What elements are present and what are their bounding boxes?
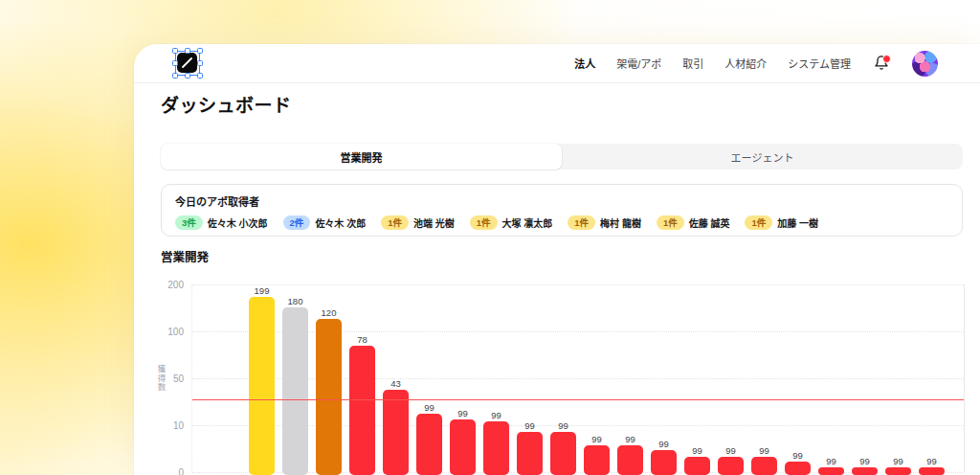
bar-value-label: 99: [792, 451, 803, 461]
appointment-list: 3件佐々木 小次郎2件佐々木 次郎1件池端 光樹1件大塚 凛太郎1件梅村 龍樹1…: [175, 215, 948, 230]
count-badge: 1件: [470, 215, 498, 229]
bar-value-label: 99: [759, 446, 769, 456]
screen: { "header": { "logo_icon": "slash-logo-i…: [0, 0, 980, 475]
bar-group: 99: [450, 409, 476, 475]
y-tick-label: 0: [147, 467, 184, 475]
bell-icon[interactable]: [874, 55, 891, 72]
bar-value-label: 99: [692, 446, 702, 456]
nav-item-システム管理[interactable]: システム管理: [788, 56, 851, 71]
count-badge: 1件: [568, 215, 595, 229]
count-badge: 1件: [657, 215, 684, 229]
chart-bar: [651, 450, 677, 475]
slash-logo-icon[interactable]: [177, 53, 197, 73]
chart-bar: [751, 457, 777, 475]
bar-group: 99: [517, 421, 543, 475]
bar-group: 43: [383, 379, 409, 475]
selection-handle[interactable]: [185, 48, 190, 54]
person-name: 佐々木 次郎: [315, 215, 366, 230]
person-item: 3件佐々木 小次郎: [175, 215, 268, 230]
count-badge: 3件: [175, 215, 203, 229]
person-item: 1件梅村 龍樹: [568, 215, 641, 230]
person-item: 2件佐々木 次郎: [283, 215, 367, 230]
target-line: [192, 399, 964, 400]
today-appointments-title: 今日のアポ取得者: [175, 193, 948, 209]
chart-bar: [316, 319, 342, 475]
bar-value-label: 99: [859, 457, 870, 466]
chart-title: 営業開発: [161, 247, 209, 265]
bar-group: 120: [316, 308, 342, 475]
bar-group: 99: [483, 411, 509, 475]
bar-value-label: 99: [591, 435, 602, 444]
bar-group: 99: [919, 457, 945, 475]
chart-bar: [617, 445, 643, 475]
chart-bar: [282, 307, 308, 475]
bar-value-label: 199: [255, 286, 270, 296]
bar-group: 99: [416, 403, 442, 475]
bar-group: 99: [751, 446, 777, 475]
person-item: 1件佐藤 誠英: [657, 215, 730, 230]
selection-handle[interactable]: [185, 73, 190, 79]
tab-bar: 営業開発エージェント: [161, 144, 963, 170]
chart-bar: [718, 457, 744, 475]
chart-bar: [349, 346, 375, 475]
bar-group: 99: [818, 457, 844, 475]
bar-value-label: 99: [893, 457, 903, 466]
bar-value-label: 99: [826, 457, 836, 466]
bar-value-label: 78: [357, 335, 368, 345]
bar-value-label: 120: [322, 308, 337, 318]
header: 法人架電/アポ取引人材紹介システム管理: [134, 44, 980, 82]
logo-selection-box[interactable]: [175, 51, 200, 76]
bar-value-label: 99: [491, 411, 501, 420]
bars-row: 1991801207843999999999999999999999999999…: [249, 286, 945, 475]
tab-エージェント[interactable]: エージェント: [562, 144, 963, 170]
selection-handle[interactable]: [172, 60, 178, 66]
nav-item-法人[interactable]: 法人: [574, 56, 595, 71]
selection-handle[interactable]: [197, 73, 203, 79]
person-name: 佐々木 小次郎: [208, 215, 268, 230]
bar-value-label: 99: [457, 409, 468, 418]
today-appointments-card: 今日のアポ取得者 3件佐々木 小次郎2件佐々木 次郎1件池端 光樹1件大塚 凛太…: [161, 184, 963, 237]
bar-group: 99: [885, 457, 911, 475]
chart-bar: [684, 457, 710, 475]
bar-group: 180: [282, 297, 308, 475]
person-name: 大塚 凛太郎: [502, 215, 553, 230]
app-card: 法人架電/アポ取引人材紹介システム管理 ダッシュボード 営業開発エージェント 今…: [134, 44, 980, 475]
selection-handle[interactable]: [197, 60, 203, 66]
person-item: 1件池端 光樹: [381, 215, 455, 230]
nav-item-人材紹介[interactable]: 人材紹介: [724, 56, 767, 71]
header-divider: [134, 82, 980, 83]
nav-item-取引[interactable]: 取引: [682, 56, 703, 71]
chart-bar: [483, 421, 509, 475]
bar-group: 99: [718, 446, 744, 475]
chart-bar: [852, 467, 878, 475]
y-tick-label: 50: [147, 373, 184, 384]
bar-value-label: 99: [524, 421, 535, 431]
chart-bar: [517, 432, 543, 475]
nav-item-架電/アポ[interactable]: 架電/アポ: [616, 56, 661, 71]
bar-group: 199: [249, 286, 275, 475]
chart-bar: [249, 297, 275, 475]
notification-dot: [882, 55, 891, 63]
bar-group: 99: [617, 435, 643, 475]
bar-group: 78: [349, 335, 375, 475]
y-tick-label: 200: [147, 280, 184, 290]
count-badge: 2件: [283, 215, 311, 229]
chart-bar: [919, 467, 945, 475]
bar-value-label: 99: [625, 435, 635, 444]
bar-value-label: 99: [424, 403, 434, 413]
chart-bar: [383, 390, 409, 475]
count-badge: 1件: [745, 215, 772, 229]
user-avatar[interactable]: [912, 51, 938, 77]
chart-bar: [550, 432, 576, 475]
count-badge: 1件: [381, 215, 409, 229]
y-axis: 20010050100: [147, 284, 188, 472]
bar-value-label: 99: [926, 457, 937, 466]
tab-営業開発[interactable]: 営業開発: [161, 144, 562, 170]
selection-handle[interactable]: [172, 48, 178, 54]
bar-value-label: 180: [288, 297, 303, 306]
page-title: ダッシュボード: [161, 91, 292, 117]
chart-bar: [818, 467, 844, 475]
person-name: 梅村 龍樹: [600, 215, 641, 230]
selection-handle[interactable]: [172, 73, 178, 79]
selection-handle[interactable]: [197, 48, 203, 54]
